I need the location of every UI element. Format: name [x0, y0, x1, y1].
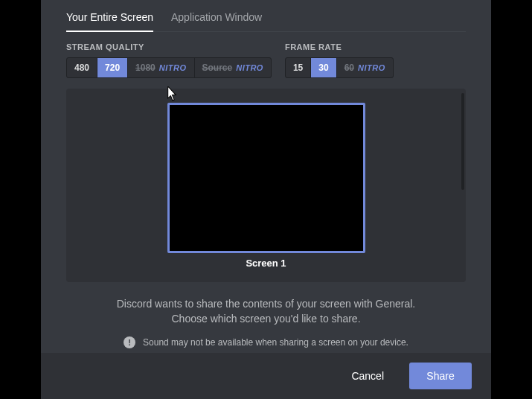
cancel-button[interactable]: Cancel [336, 363, 399, 389]
screen-1-thumbnail [167, 103, 365, 253]
scrollbar-thumb[interactable] [461, 93, 464, 190]
info-text: Discord wants to share the contents of y… [66, 297, 466, 326]
screen-1-label: Screen 1 [246, 258, 286, 269]
quality-480-button[interactable]: 480 [67, 58, 97, 77]
share-button[interactable]: Share [409, 363, 472, 389]
screen-share-modal: Your Entire Screen Application Window ST… [41, 0, 491, 399]
modal-footer: Cancel Share [41, 353, 491, 399]
sound-warning-text: Sound may not be available when sharing … [143, 337, 408, 348]
fps-60-button[interactable]: 60 NITRO [337, 58, 393, 77]
stream-quality-section: STREAM QUALITY 480 720 1080 NITRO Source… [66, 42, 272, 78]
sound-warning: ! Sound may not be available when sharin… [66, 336, 466, 348]
nitro-badge-icon: NITRO [358, 63, 385, 72]
fps-30-button[interactable]: 30 [311, 58, 336, 77]
nitro-badge-icon: NITRO [236, 63, 263, 72]
source-tabs: Your Entire Screen Application Window [66, 4, 466, 32]
tab-entire-screen[interactable]: Your Entire Screen [66, 5, 153, 32]
frame-rate-title: FRAME RATE [285, 42, 394, 51]
frame-rate-section: FRAME RATE 15 30 60 NITRO [285, 42, 394, 78]
info-line-2: Choose which screen you'd like to share. [66, 312, 466, 327]
tab-application-window[interactable]: Application Window [171, 5, 262, 32]
info-line-1: Discord wants to share the contents of y… [66, 297, 466, 312]
quality-source-button[interactable]: Source NITRO [195, 58, 271, 77]
screen-1-tile[interactable]: Screen 1 [167, 103, 365, 269]
fps-15-button[interactable]: 15 [286, 58, 311, 77]
warning-icon: ! [124, 336, 135, 348]
frame-rate-options: 15 30 60 NITRO [285, 57, 394, 78]
screen-preview-area: Screen 1 [66, 89, 466, 282]
quality-720-button[interactable]: 720 [97, 58, 128, 77]
nitro-badge-icon: NITRO [159, 63, 187, 72]
quality-1080-button[interactable]: 1080 NITRO [128, 58, 194, 77]
stream-quality-options: 480 720 1080 NITRO Source NITRO [66, 57, 272, 78]
stream-quality-title: STREAM QUALITY [66, 42, 272, 51]
